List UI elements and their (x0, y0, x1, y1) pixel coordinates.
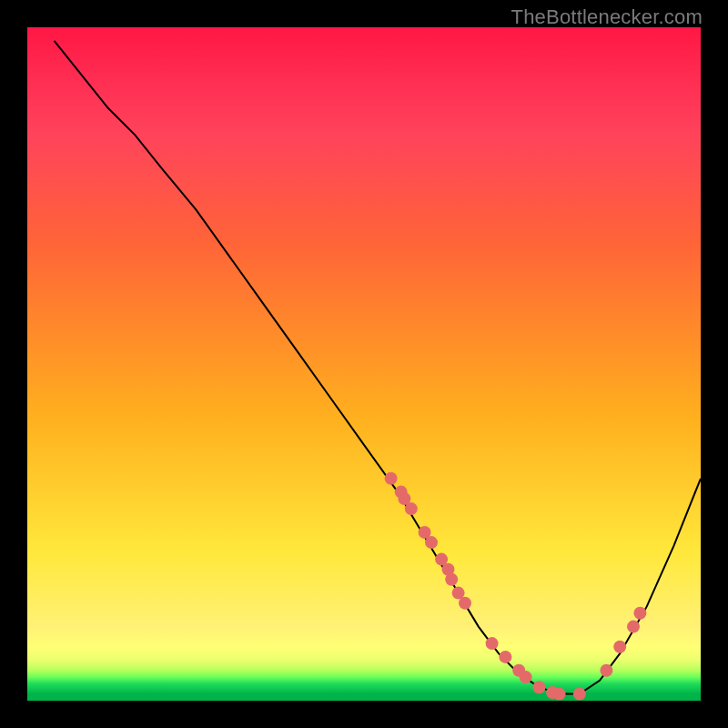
sample-dot (459, 597, 471, 610)
sample-dot (573, 688, 586, 701)
curve-layer (27, 27, 701, 701)
sample-dot (499, 651, 511, 663)
sample-dots-group (385, 472, 647, 701)
sample-dot (405, 502, 418, 515)
sample-dot (385, 472, 398, 485)
attribution-label: TheBottlenecker.com (511, 5, 703, 29)
sample-dot (600, 664, 612, 677)
sample-dot (613, 641, 626, 653)
sample-dot (633, 607, 646, 620)
chart-frame: TheBottlenecker.com (0, 0, 728, 728)
bottleneck-curve (55, 41, 701, 694)
sample-dot (425, 536, 438, 549)
sample-dot (520, 671, 532, 683)
sample-dot (445, 573, 458, 586)
sample-dot (627, 621, 640, 633)
sample-dot (486, 637, 499, 650)
sample-dot (532, 681, 545, 693)
sample-dot (553, 688, 566, 701)
plot-area (27, 27, 701, 701)
